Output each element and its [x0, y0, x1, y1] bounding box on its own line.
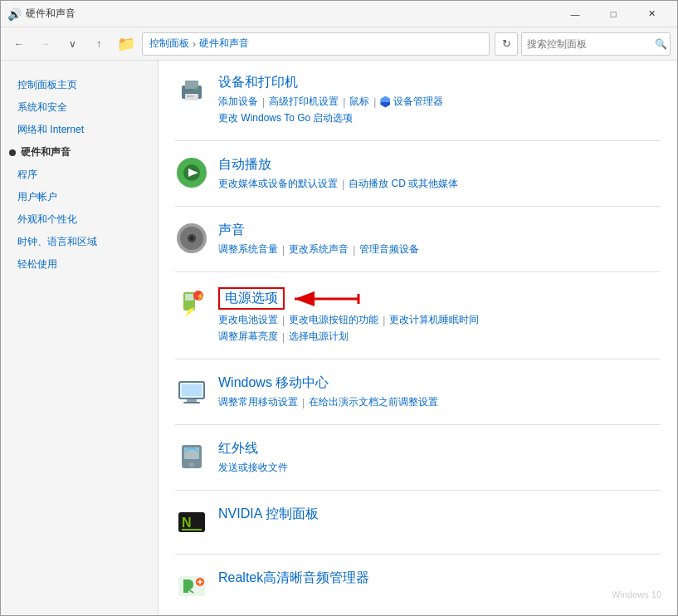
divider-2 [175, 206, 661, 207]
sidebar-item-hardware[interactable]: 硬件和声音 [1, 141, 158, 164]
infrared-content: 红外线 发送或接收文件 [218, 440, 661, 475]
realtek-icon [175, 570, 208, 603]
sidebar-label: 网络和 Internet [17, 123, 84, 137]
sidebar-item-programs[interactable]: 程序 [1, 164, 158, 186]
power-sleep-link[interactable]: 更改计算机睡眠时间 [389, 313, 479, 327]
title-bar: 🔊 硬件和声音 — □ ✕ [1, 1, 677, 27]
refresh-button[interactable]: ↻ [495, 32, 518, 56]
section-sound: 声音 调整系统音量 | 更改系统声音 | 管理音频设备 [175, 222, 661, 257]
power-plan-link[interactable]: 选择电源计划 [289, 330, 349, 344]
window-title: 硬件和声音 [26, 7, 556, 21]
path-home[interactable]: 控制面板 [149, 37, 189, 51]
mobility-present-link[interactable]: 在给出演示文档之前调整设置 [309, 395, 438, 409]
device-manager-link[interactable]: 设备管理器 [393, 95, 443, 109]
sidebar-label: 时钟、语言和区域 [17, 235, 97, 249]
svg-point-4 [195, 87, 198, 90]
sidebar-label: 控制面板主页 [17, 78, 77, 92]
autoplay-cd-link[interactable]: 自动播放 CD 或其他媒体 [349, 177, 458, 191]
sound-icon [175, 222, 208, 255]
svg-rect-3 [187, 95, 193, 97]
shield-icon [380, 96, 390, 108]
power-content: 电源选项 更改电池设置 [218, 287, 661, 344]
mobility-links: 调整常用移动设置 | 在给出演示文档之前调整设置 [218, 395, 661, 409]
power-title[interactable]: 电源选项 [218, 287, 285, 310]
close-button[interactable]: ✕ [632, 1, 671, 27]
sidebar-item-clock[interactable]: 时钟、语言和区域 [1, 231, 158, 253]
section-nvidia: N NVIDIA 控制面板 [175, 506, 661, 539]
sidebar-label: 外观和个性化 [17, 213, 77, 227]
sidebar-item-appearance[interactable]: 外观和个性化 [1, 208, 158, 231]
autoplay-links: 更改媒体或设备的默认设置 | 自动播放 CD 或其他媒体 [218, 177, 661, 191]
dropdown-button[interactable]: ∨ [61, 32, 84, 56]
svg-rect-22 [187, 399, 197, 402]
sidebar-label: 用户帐户 [17, 190, 57, 204]
sidebar-item-ease[interactable]: 轻松使用 [1, 253, 158, 276]
svg-point-27 [189, 462, 194, 467]
section-infrared: 红外线 发送或接收文件 [175, 440, 661, 475]
sound-change-link[interactable]: 更改系统声音 [289, 242, 349, 257]
windows-togo-link[interactable]: 更改 Windows To Go 启动选项 [218, 111, 353, 125]
content-area: 设备和打印机 添加设备 | 高级打印机设置 | 鼠标 | 设备管理器 更改 Wi… [159, 61, 677, 615]
sidebar-item-user-accounts[interactable]: 用户帐户 [1, 186, 158, 208]
mobility-content: Windows 移动中心 调整常用移动设置 | 在给出演示文档之前调整设置 [218, 374, 661, 409]
search-icon[interactable]: 🔍 [655, 38, 667, 50]
windows-watermark: Windows 10 [612, 589, 661, 599]
sound-volume-link[interactable]: 调整系统音量 [218, 242, 278, 257]
power-button-link[interactable]: 更改电源按钮的功能 [289, 313, 378, 327]
mobility-title[interactable]: Windows 移动中心 [218, 374, 661, 392]
search-input[interactable] [527, 38, 651, 50]
sound-links: 调整系统音量 | 更改系统声音 | 管理音频设备 [218, 242, 661, 257]
path-current[interactable]: 硬件和声音 [199, 37, 249, 51]
up-button[interactable]: ↑ [87, 32, 110, 56]
window-controls: — □ ✕ [556, 1, 671, 27]
section-mobility: Windows 移动中心 调整常用移动设置 | 在给出演示文档之前调整设置 [175, 374, 661, 409]
sidebar-label: 硬件和声音 [21, 145, 71, 159]
autoplay-title[interactable]: 自动播放 [218, 156, 661, 174]
autoplay-content: 自动播放 更改媒体或设备的默认设置 | 自动播放 CD 或其他媒体 [218, 156, 661, 191]
devices-printers-sublinks: 更改 Windows To Go 启动选项 [218, 111, 661, 125]
maximize-button[interactable]: □ [594, 1, 632, 27]
nvidia-content: NVIDIA 控制面板 [218, 506, 661, 526]
sidebar-item-system-security[interactable]: 系统和安全 [1, 96, 158, 119]
realtek-content: Realtek高清晰音频管理器 [218, 570, 661, 590]
printer-settings-link[interactable]: 高级打印机设置 [269, 95, 339, 109]
section-power: ⚡ 电源选项 [175, 287, 661, 344]
nvidia-title[interactable]: NVIDIA 控制面板 [218, 506, 661, 523]
sound-manage-link[interactable]: 管理音频设备 [359, 242, 419, 257]
sound-content: 声音 调整系统音量 | 更改系统声音 | 管理音频设备 [218, 222, 661, 257]
mobility-adjust-link[interactable]: 调整常用移动设置 [218, 395, 298, 409]
address-bar: ← → ∨ ↑ 📁 控制面板 › 硬件和声音 ↻ 🔍 [1, 27, 677, 61]
infrared-transfer-link[interactable]: 发送或接收文件 [218, 461, 288, 475]
mouse-link[interactable]: 鼠标 [349, 95, 369, 109]
minimize-button[interactable]: — [556, 1, 594, 27]
forward-button[interactable]: → [34, 32, 57, 56]
divider-4 [175, 359, 661, 359]
brightness-link[interactable]: 调整屏幕亮度 [218, 330, 278, 344]
sidebar-label: 程序 [17, 168, 37, 182]
autoplay-icon [175, 156, 208, 189]
devices-printers-title[interactable]: 设备和打印机 [218, 74, 661, 91]
svg-point-12 [190, 237, 193, 240]
active-bullet [9, 149, 16, 156]
nvidia-icon: N [175, 506, 208, 539]
divider-6 [175, 490, 661, 491]
infrared-title[interactable]: 红外线 [218, 440, 661, 457]
address-path[interactable]: 控制面板 › 硬件和声音 [142, 32, 490, 56]
power-battery-link[interactable]: 更改电池设置 [218, 313, 278, 327]
sidebar-label: 系统和安全 [17, 100, 67, 115]
annotation-arrow [288, 287, 363, 310]
divider-3 [175, 271, 661, 272]
sound-title[interactable]: 声音 [218, 222, 661, 239]
back-button[interactable]: ← [7, 32, 31, 56]
sidebar-item-control-panel-home[interactable]: 控制面板主页 [1, 74, 158, 96]
add-device-link[interactable]: 添加设备 [218, 95, 258, 109]
svg-rect-30 [182, 529, 202, 530]
sidebar-item-network[interactable]: 网络和 Internet [1, 119, 158, 141]
autoplay-default-link[interactable]: 更改媒体或设备的默认设置 [218, 177, 338, 191]
mobility-icon [175, 374, 208, 408]
svg-text:⚡: ⚡ [196, 291, 206, 301]
divider-7 [175, 554, 661, 555]
folder-icon: 📁 [117, 35, 135, 53]
svg-text:N: N [182, 516, 192, 530]
realtek-title[interactable]: Realtek高清晰音频管理器 [218, 570, 661, 587]
